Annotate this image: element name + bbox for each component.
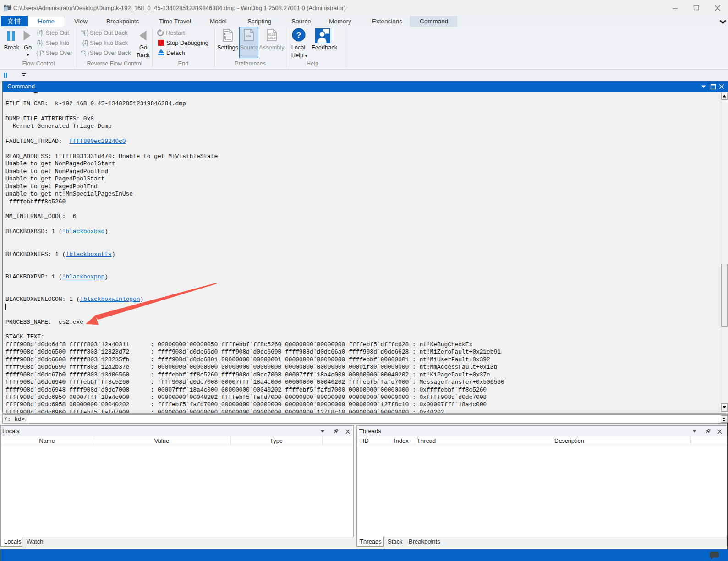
svg-text:01101: 01101 — [268, 33, 277, 37]
svg-text:</>: </> — [246, 34, 251, 38]
svg-text:10101: 10101 — [268, 37, 277, 40]
svg-text:?: ? — [296, 31, 301, 40]
